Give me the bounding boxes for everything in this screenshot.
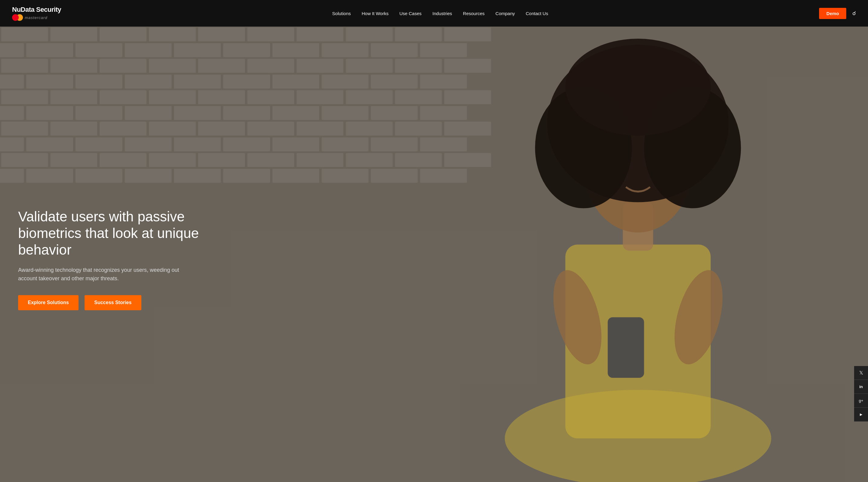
youtube-button[interactable]: ▶	[854, 408, 868, 422]
google-plus-button[interactable]: g+	[854, 394, 868, 408]
nav-resources[interactable]: Resources	[463, 11, 485, 16]
nav-solutions[interactable]: Solutions	[332, 11, 351, 16]
search-button[interactable]: ☌	[852, 10, 856, 17]
nav-industries[interactable]: Industries	[433, 11, 452, 16]
nav-how-it-works[interactable]: How It Works	[362, 11, 389, 16]
nav-links: Solutions How It Works Use Cases Industr…	[332, 11, 548, 16]
explore-solutions-button[interactable]: Explore Solutions	[18, 295, 79, 310]
logo[interactable]: NuData Security mastercard	[12, 6, 61, 21]
nav-company[interactable]: Company	[496, 11, 515, 16]
logo-text: NuData Security	[12, 6, 61, 13]
google-plus-icon: g+	[859, 398, 864, 403]
svg-point-7	[565, 39, 710, 136]
hero-section: Validate users with passive biometrics t…	[0, 27, 868, 482]
social-sidebar: 𝕏 in g+ ▶	[854, 366, 868, 422]
success-stories-button[interactable]: Success Stories	[85, 295, 141, 310]
svg-rect-8	[608, 317, 644, 378]
mastercard-logo: mastercard	[12, 14, 61, 21]
mc-circle-left-icon	[12, 14, 19, 21]
demo-button[interactable]: Demo	[819, 8, 846, 19]
hero-content: Validate users with passive biometrics t…	[18, 208, 205, 310]
twitter-button[interactable]: 𝕏	[854, 366, 868, 380]
youtube-icon: ▶	[860, 413, 862, 416]
mastercard-circles	[12, 14, 23, 21]
hero-person-image	[347, 27, 868, 482]
hero-headline: Validate users with passive biometrics t…	[18, 208, 205, 259]
linkedin-button[interactable]: in	[854, 380, 868, 394]
nav-right: Demo ☌	[819, 8, 856, 19]
hero-subtext: Award-winning technology that recognizes…	[18, 266, 187, 283]
nav-contact-us[interactable]: Contact Us	[526, 11, 548, 16]
navbar: NuData Security mastercard Solutions How…	[0, 0, 868, 27]
hero-buttons: Explore Solutions Success Stories	[18, 295, 205, 310]
mastercard-label: mastercard	[25, 15, 48, 20]
search-icon: ☌	[852, 10, 856, 16]
twitter-icon: 𝕏	[859, 370, 863, 376]
linkedin-icon: in	[859, 384, 863, 389]
nav-use-cases[interactable]: Use Cases	[399, 11, 421, 16]
